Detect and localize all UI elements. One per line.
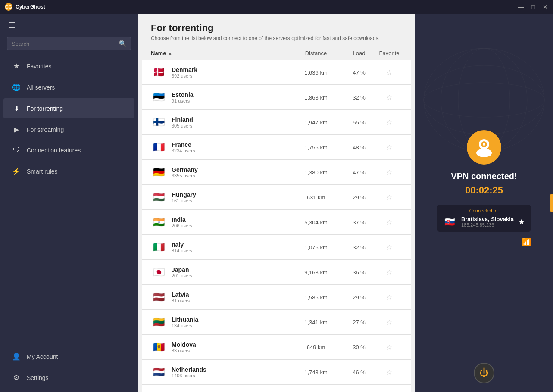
sidebar-item-settings[interactable]: ⚙ Settings — [3, 367, 134, 388]
favorite-star-icon[interactable]: ☆ — [376, 343, 402, 352]
favorite-star-icon[interactable]: ☆ — [376, 93, 402, 102]
svg-text:CG: CG — [5, 4, 12, 9]
sidebar-bottom: 👤 My Account⚙ Settings — [0, 342, 138, 392]
user-count: 206 users — [172, 223, 290, 228]
table-row[interactable]: 🇮🇹 Italy 814 users 1,076 km 32 % ☆ — [142, 235, 411, 260]
user-count: 161 users — [172, 198, 290, 203]
distance-value: 5,304 km — [290, 219, 342, 226]
nav-icon-for-streaming: ▶ — [12, 125, 21, 134]
server-info: Moldova 83 users — [172, 341, 290, 353]
server-info: Latvia 81 users — [172, 291, 290, 303]
favorite-star-icon[interactable]: ☆ — [376, 143, 402, 152]
distance-value: 1,863 km — [290, 94, 342, 101]
load-value: 32 % — [342, 244, 376, 251]
sidebar-item-connection-features[interactable]: 🛡 Connection features — [3, 140, 134, 160]
favorite-star-icon[interactable]: ☆ — [376, 168, 402, 177]
table-row[interactable]: 🇱🇻 Latvia 81 users 1,585 km 29 % ☆ — [142, 285, 411, 310]
connected-label: Connected to: — [443, 208, 525, 213]
user-count: 305 users — [172, 123, 290, 128]
nav-label-for-torrenting: For torrenting — [27, 105, 63, 112]
distance-value: 1,076 km — [290, 244, 342, 251]
user-count: 201 users — [172, 273, 290, 278]
page-title: For torrenting — [151, 22, 402, 34]
distance-value: 1,743 km — [290, 369, 342, 376]
sidebar-item-my-account[interactable]: 👤 My Account — [3, 346, 134, 367]
favorite-star-icon[interactable]: ☆ — [376, 193, 402, 202]
sidebar-item-smart-rules[interactable]: ⚡ Smart rules — [3, 161, 134, 181]
flag-lithuania: 🇱🇹 — [151, 314, 166, 330]
nav-label-my-account: My Account — [27, 353, 58, 360]
server-info: Finland 305 users — [172, 116, 290, 128]
flag-japan: 🇯🇵 — [151, 264, 166, 280]
favorite-star-icon[interactable]: ☆ — [376, 243, 402, 252]
table-row[interactable]: 🇫🇷 France 3234 users 1,755 km 48 % ☆ — [142, 135, 411, 160]
flag-estonia: 🇪🇪 — [151, 90, 166, 105]
sort-arrow-icon: ▲ — [168, 51, 172, 56]
app-logo: CG CyberGhost — [4, 3, 45, 11]
favorite-star-icon[interactable]: ☆ — [376, 368, 402, 376]
user-count: 83 users — [172, 348, 290, 353]
table-row[interactable]: 🇯🇵 Japan 201 users 9,163 km 36 % ☆ — [142, 260, 411, 285]
distance-value: 9,163 km — [290, 269, 342, 276]
server-info: Estonia 91 users — [172, 91, 290, 103]
table-header: Name ▲ Distance Load Favorite — [142, 47, 411, 60]
sidebar-item-for-torrenting[interactable]: ⬇ For torrenting — [3, 98, 134, 118]
table-row[interactable]: 🇪🇪 Estonia 91 users 1,863 km 32 % ☆ — [142, 85, 411, 110]
connected-city: Bratislava, Slovakia — [461, 216, 514, 222]
expand-panel-button[interactable]: » — [550, 194, 553, 212]
table-row[interactable]: 🇭🇺 Hungary 161 users 631 km 29 % ☆ — [142, 185, 411, 210]
nav-label-favorites: Favorites — [27, 63, 52, 70]
favorite-star-icon[interactable]: ☆ — [376, 68, 402, 77]
table-row[interactable]: 🇩🇪 Germany 6355 users 1,380 km 47 % ☆ — [142, 160, 411, 185]
distance-value: 1,947 km — [290, 119, 342, 126]
nav-icon-for-torrenting: ⬇ — [12, 104, 21, 112]
hamburger-button[interactable]: ☰ — [0, 14, 138, 37]
table-row[interactable]: 🇲🇩 Moldova 83 users 649 km 30 % ☆ — [142, 335, 411, 360]
maximize-button[interactable]: □ — [530, 3, 537, 10]
nav-label-smart-rules: Smart rules — [27, 168, 58, 175]
table-row[interactable]: 🇳🇴 Norway 396 users 2,095 km 47 % ☆ — [142, 385, 411, 392]
sidebar-item-for-streaming[interactable]: ▶ For streaming — [3, 119, 134, 140]
flag-latvia: 🇱🇻 — [151, 289, 166, 305]
connected-star-icon[interactable]: ★ — [518, 217, 525, 227]
favorite-star-icon[interactable]: ☆ — [376, 318, 402, 327]
power-button[interactable]: ⏻ — [474, 363, 494, 383]
table-row[interactable]: 🇳🇱 Netherlands 1406 users 1,743 km 46 % … — [142, 360, 411, 385]
favorite-star-icon[interactable]: ☆ — [376, 118, 402, 127]
minimize-button[interactable]: — — [518, 3, 525, 10]
country-name: Japan — [172, 266, 290, 273]
user-count: 81 users — [172, 298, 290, 303]
load-value: 29 % — [342, 194, 376, 201]
table-row[interactable]: 🇩🇰 Denmark 392 users 1,636 km 47 % ☆ — [142, 60, 411, 85]
main-layout: ☰ 🔍 ★ Favorites🌐 All servers⬇ For torren… — [0, 14, 553, 392]
sidebar-item-all-servers[interactable]: 🌐 All servers — [3, 77, 134, 97]
favorite-star-icon[interactable]: ☆ — [376, 268, 402, 277]
search-container: 🔍 — [7, 37, 131, 50]
nav-label-all-servers: All servers — [27, 84, 55, 91]
column-name[interactable]: Name ▲ — [151, 50, 290, 56]
favorite-star-icon[interactable]: ☆ — [376, 293, 402, 302]
table-row[interactable]: 🇱🇹 Lithuania 134 users 1,341 km 27 % ☆ — [142, 310, 411, 335]
search-input[interactable] — [12, 40, 116, 47]
table-row[interactable]: 🇫🇮 Finland 305 users 1,947 km 55 % ☆ — [142, 110, 411, 135]
table-row[interactable]: 🇮🇳 India 206 users 5,304 km 37 % ☆ — [142, 210, 411, 235]
favorite-star-icon[interactable]: ☆ — [376, 218, 402, 227]
server-info: Lithuania 134 users — [172, 316, 290, 328]
country-name: France — [172, 141, 290, 148]
flag-moldova: 🇲🇩 — [151, 339, 166, 355]
server-rows: 🇩🇰 Denmark 392 users 1,636 km 47 % ☆ 🇪🇪 … — [142, 60, 411, 392]
load-value: 30 % — [342, 344, 376, 351]
sidebar-item-favorites[interactable]: ★ Favorites — [3, 56, 134, 76]
nav-icon-my-account: 👤 — [12, 352, 21, 361]
distance-value: 631 km — [290, 194, 342, 201]
close-button[interactable]: ✕ — [542, 3, 549, 10]
nav-icon-smart-rules: ⚡ — [12, 167, 21, 175]
user-count: 134 users — [172, 323, 290, 328]
distance-value: 1,755 km — [290, 144, 342, 151]
connected-inner: 🇸🇰 Bratislava, Slovakia 185.245.85.236 ★ — [443, 215, 525, 229]
country-name: Lithuania — [172, 316, 290, 323]
distance-value: 1,585 km — [290, 294, 342, 301]
country-name: Italy — [172, 241, 290, 248]
flag-norway: 🇳🇴 — [151, 389, 166, 392]
flag-italy: 🇮🇹 — [151, 240, 166, 255]
